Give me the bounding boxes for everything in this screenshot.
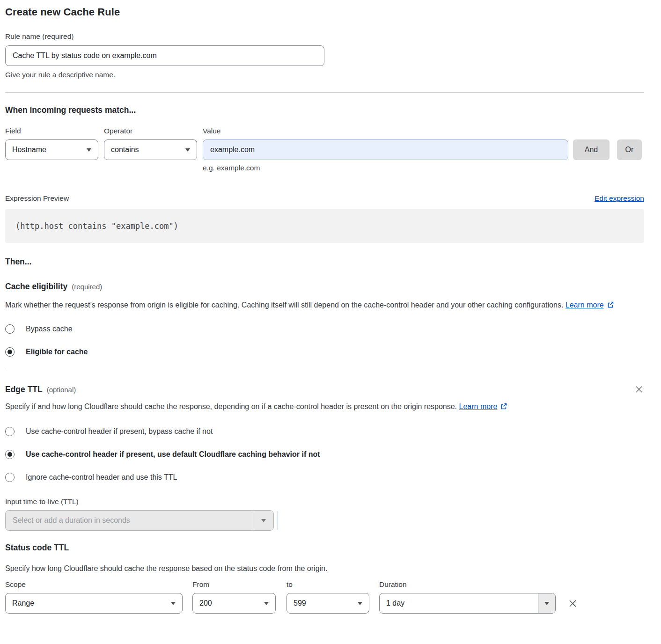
- from-label: From: [192, 580, 276, 589]
- value-input[interactable]: [203, 139, 568, 160]
- to-label: to: [286, 580, 369, 589]
- rule-name-input[interactable]: [5, 45, 324, 66]
- value-helper: e.g. example.com: [203, 164, 644, 172]
- from-select-value: 200: [199, 599, 212, 607]
- scope-label: Scope: [5, 580, 183, 589]
- radio-option-label: Ignore cache-control header and use this…: [26, 473, 177, 482]
- to-select[interactable]: 599: [286, 593, 369, 614]
- edge-ttl-description-text: Specify if and how long Cloudflare shoul…: [5, 402, 457, 410]
- page-title: Create new Cache Rule: [5, 6, 644, 18]
- radio-icon: [5, 324, 15, 334]
- radio-icon-selected: [5, 450, 15, 459]
- rule-name-helper: Give your rule a descriptive name.: [5, 70, 644, 79]
- chevron-down-icon: [358, 602, 362, 605]
- chevron-down-icon: [87, 148, 91, 152]
- radio-option-eligible-for-cache[interactable]: Eligible for cache: [5, 347, 644, 357]
- status-labels-row: Scope From to Duration: [5, 580, 644, 589]
- expression-code: (http.host contains "example.com"): [15, 221, 178, 231]
- operator-select-value: contains: [111, 146, 139, 154]
- rule-name-section: Rule name (required) Give your rule a de…: [5, 32, 644, 79]
- cache-eligibility-description: Mark whether the request’s response from…: [5, 299, 635, 313]
- duration-value: 1 day: [380, 593, 538, 613]
- expression-preview-label: Expression Preview: [5, 194, 69, 203]
- operator-select[interactable]: contains: [104, 139, 197, 160]
- radio-option-bypass-cache[interactable]: Bypass cache: [5, 324, 644, 334]
- edge-ttl-heading: Edge TTL: [5, 384, 43, 395]
- chevron-down-icon: [171, 602, 176, 605]
- to-select-value: 599: [294, 599, 306, 607]
- ttl-duration-select[interactable]: Select or add a duration in seconds: [5, 510, 274, 531]
- ttl-input-label: Input time-to-live (TTL): [5, 497, 644, 506]
- scope-select[interactable]: Range: [5, 593, 183, 614]
- edge-ttl-header: Edge TTL (optional): [5, 384, 644, 395]
- cache-eligibility-description-text: Mark whether the request’s response from…: [5, 301, 563, 309]
- rule-name-label: Rule name (required): [5, 32, 644, 41]
- duration-dropdown-button[interactable]: [538, 593, 555, 613]
- required-tag: (required): [72, 283, 102, 291]
- radio-option-use-header-default[interactable]: Use cache-control header if present, use…: [5, 450, 644, 459]
- chevron-down-icon: [264, 602, 269, 605]
- close-icon[interactable]: [634, 384, 644, 395]
- radio-icon-selected: [5, 347, 15, 357]
- radio-icon: [5, 473, 15, 482]
- field-label: Field: [5, 126, 98, 135]
- divider: [5, 369, 644, 369]
- divider: [5, 92, 644, 93]
- radio-option-label: Bypass cache: [26, 325, 73, 333]
- field-select-value: Hostname: [12, 146, 46, 154]
- ttl-select-wrap: Select or add a duration in seconds: [5, 510, 644, 531]
- status-code-ttl-description: Specify how long Cloudflare should cache…: [5, 562, 644, 575]
- radio-option-label: Use cache-control header if present, byp…: [26, 427, 213, 436]
- status-code-ttl-heading: Status code TTL: [5, 542, 644, 553]
- value-label: Value: [203, 126, 568, 135]
- operator-label: Operator: [104, 126, 197, 135]
- from-select[interactable]: 200: [192, 593, 276, 614]
- radio-icon: [5, 427, 15, 436]
- cache-eligibility-heading: Cache eligibility: [5, 281, 67, 292]
- ttl-select-placeholder: Select or add a duration in seconds: [6, 511, 253, 530]
- create-cache-rule-form: Create new Cache Rule Rule name (require…: [0, 0, 661, 628]
- chevron-down-icon: [185, 148, 190, 152]
- chevron-down-icon: [261, 519, 266, 522]
- remove-status-row-icon[interactable]: [567, 598, 579, 609]
- radio-option-use-header-bypass[interactable]: Use cache-control header if present, byp…: [5, 427, 644, 436]
- cache-eligibility-header: Cache eligibility (required): [5, 281, 644, 292]
- radio-option-label: Eligible for cache: [26, 348, 88, 356]
- edge-ttl-learn-more-link[interactable]: Learn more: [459, 402, 498, 410]
- expression-header: Expression Preview Edit expression: [5, 194, 644, 203]
- duration-combobox[interactable]: 1 day: [379, 593, 556, 614]
- external-link-icon: [500, 401, 507, 414]
- edge-ttl-description: Specify if and how long Cloudflare shoul…: [5, 400, 525, 414]
- or-button[interactable]: Or: [617, 139, 642, 160]
- edge-ttl-title-wrap: Edge TTL (optional): [5, 384, 76, 395]
- focus-sliver: [277, 511, 278, 530]
- scope-select-value: Range: [12, 599, 34, 607]
- edge-ttl-options: Use cache-control header if present, byp…: [5, 427, 644, 482]
- and-button[interactable]: And: [573, 139, 610, 160]
- match-labels-row: Field Operator Value: [5, 126, 644, 135]
- radio-option-ignore-header[interactable]: Ignore cache-control header and use this…: [5, 473, 644, 482]
- optional-tag: (optional): [47, 386, 76, 394]
- external-link-icon: [607, 300, 614, 313]
- match-heading: When incoming requests match...: [5, 105, 644, 115]
- radio-option-label: Use cache-control header if present, use…: [26, 450, 320, 459]
- status-controls-row: Range 200 599 1 day: [5, 593, 644, 614]
- chevron-down-icon: [544, 602, 549, 605]
- edit-expression-link[interactable]: Edit expression: [595, 194, 644, 203]
- then-heading: Then...: [5, 256, 644, 267]
- expression-preview-box: (http.host contains "example.com"): [5, 209, 644, 243]
- cache-eligibility-options: Bypass cache Eligible for cache: [5, 324, 644, 357]
- cache-eligibility-learn-more-link[interactable]: Learn more: [566, 301, 604, 309]
- ttl-select-arrow-button[interactable]: [253, 511, 273, 530]
- duration-label: Duration: [379, 580, 556, 589]
- match-controls-row: Hostname contains And Or: [5, 139, 644, 160]
- field-select[interactable]: Hostname: [5, 139, 98, 160]
